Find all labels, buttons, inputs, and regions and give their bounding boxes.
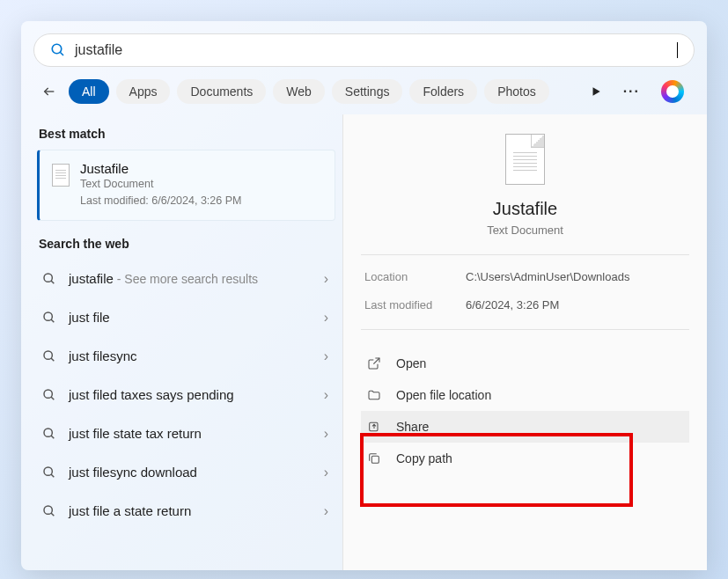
chevron-right-icon: › (324, 387, 328, 403)
web-result-label: just file (69, 310, 312, 325)
filter-web[interactable]: Web (273, 79, 325, 104)
action-share[interactable]: Share (361, 411, 689, 443)
web-result[interactable]: just filed taxes says pending › (37, 376, 335, 414)
search-icon (42, 504, 56, 518)
web-result[interactable]: just file › (37, 298, 335, 337)
svg-point-10 (44, 390, 52, 398)
chevron-right-icon: › (324, 465, 328, 480)
preview-title: Justafile (493, 199, 557, 219)
svg-line-13 (51, 436, 54, 438)
divider (361, 329, 689, 330)
document-icon (52, 164, 70, 187)
action-copy-path[interactable]: Copy path (361, 443, 689, 474)
best-match-result[interactable]: Justafile Text Document Last modified: 6… (37, 150, 335, 221)
svg-point-16 (44, 506, 52, 514)
filter-settings[interactable]: Settings (332, 79, 403, 104)
preview-actions: Open Open file location Share (361, 348, 689, 474)
filter-documents[interactable]: Documents (177, 79, 266, 104)
action-label: Open file location (396, 388, 491, 402)
filter-all[interactable]: All (69, 79, 109, 104)
svg-point-8 (44, 351, 52, 359)
chevron-right-icon: › (324, 271, 328, 287)
more-options-icon[interactable]: ··· (623, 84, 640, 99)
document-preview-icon (505, 134, 545, 185)
meta-value: 6/6/2024, 3:26 PM (466, 298, 559, 311)
share-icon (366, 420, 382, 434)
open-icon (366, 356, 382, 370)
best-match-header: Best match (39, 127, 335, 141)
svg-line-5 (51, 281, 54, 283)
web-result[interactable]: just filesync › (37, 337, 335, 376)
filter-row: All Apps Documents Web Settings Folders … (21, 74, 707, 114)
svg-point-6 (44, 312, 52, 320)
svg-point-4 (44, 274, 52, 282)
web-result-label: just file a state return (69, 503, 312, 518)
search-icon (42, 272, 56, 286)
folder-icon (366, 388, 382, 402)
svg-line-15 (51, 474, 54, 477)
search-icon (42, 465, 56, 480)
chevron-right-icon: › (324, 348, 328, 364)
meta-value: C:\Users\AdminUser\Downloads (466, 270, 629, 283)
svg-point-0 (52, 44, 62, 54)
preview-pane: Justafile Text Document Location C:\User… (342, 114, 707, 570)
back-button[interactable] (37, 79, 62, 104)
meta-modified: Last modified 6/6/2024, 3:26 PM (361, 283, 689, 329)
action-label: Copy path (396, 451, 452, 465)
search-icon (42, 427, 56, 441)
toolbar-right: ··· (590, 80, 691, 103)
action-label: Share (396, 420, 429, 434)
svg-point-12 (44, 429, 52, 436)
action-open-location[interactable]: Open file location (361, 379, 689, 411)
search-icon (42, 388, 56, 402)
svg-line-11 (51, 397, 54, 399)
svg-line-7 (51, 319, 54, 322)
web-result[interactable]: just file state tax return › (37, 414, 335, 453)
svg-point-14 (44, 467, 52, 475)
action-label: Open (396, 356, 426, 370)
svg-rect-18 (370, 422, 378, 430)
search-box[interactable]: justafile (33, 33, 695, 67)
preview-subtitle: Text Document (487, 224, 563, 237)
svg-rect-19 (371, 456, 379, 463)
web-result[interactable]: justafile - See more search results › (37, 260, 335, 298)
text-cursor (677, 42, 678, 58)
meta-location: Location C:\Users\AdminUser\Downloads (361, 255, 689, 283)
play-icon[interactable] (590, 85, 602, 98)
best-match-type: Text Document (80, 176, 241, 193)
svg-line-9 (51, 358, 54, 361)
results-pane: Best match Justafile Text Document Last … (21, 114, 342, 570)
filter-photos[interactable]: Photos (484, 79, 549, 104)
svg-marker-3 (592, 87, 599, 95)
meta-label: Last modified (364, 298, 466, 311)
web-result-label: justafile - See more search results (69, 271, 312, 286)
filter-apps[interactable]: Apps (116, 79, 171, 104)
search-icon (42, 349, 56, 363)
svg-line-1 (60, 52, 63, 55)
search-icon (50, 42, 66, 58)
chevron-right-icon: › (324, 310, 328, 326)
web-result[interactable]: just filesync download › (37, 453, 335, 492)
web-result-label: just filesync (69, 348, 312, 363)
svg-line-17 (51, 513, 54, 516)
web-result[interactable]: just file a state return › (37, 492, 335, 531)
filter-folders[interactable]: Folders (409, 79, 477, 104)
best-match-title: Justafile (80, 161, 241, 176)
web-result-label: just filesync download (69, 465, 312, 480)
search-row: justafile (21, 21, 707, 74)
chevron-right-icon: › (324, 503, 328, 519)
web-result-label: just filed taxes says pending (69, 387, 312, 402)
search-web-header: Search the web (39, 237, 335, 251)
meta-label: Location (364, 270, 466, 283)
chevron-right-icon: › (324, 426, 328, 442)
web-result-label: just file state tax return (69, 426, 312, 441)
search-input[interactable]: justafile (75, 42, 670, 58)
best-match-modified: Last modified: 6/6/2024, 3:26 PM (80, 193, 241, 209)
copy-icon (366, 451, 382, 465)
search-icon (42, 311, 56, 325)
search-window: justafile All Apps Documents Web Setting… (21, 21, 707, 570)
action-open[interactable]: Open (361, 348, 689, 379)
copilot-icon[interactable] (661, 80, 684, 103)
content-area: Best match Justafile Text Document Last … (21, 114, 707, 570)
